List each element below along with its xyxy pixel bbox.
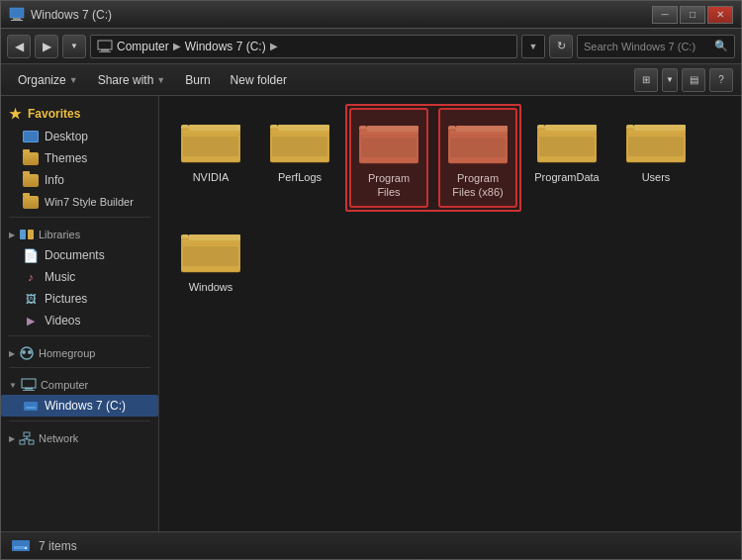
forward-button[interactable]: ▶	[35, 35, 58, 58]
pictures-icon: 🖼	[23, 291, 39, 307]
svg-rect-45	[450, 138, 506, 157]
svg-rect-25	[189, 125, 240, 131]
close-button[interactable]: ✕	[707, 6, 733, 24]
title-bar: Windows 7 (C:) ─ □ ✕	[1, 1, 741, 29]
breadcrumb-drive[interactable]: Windows 7 (C:)	[185, 40, 266, 53]
favorites-label: Favorites	[28, 107, 80, 121]
info-folder-icon	[23, 172, 39, 188]
sidebar-item-info[interactable]: Info	[1, 169, 158, 191]
search-placeholder: Search Windows 7 (C:)	[584, 41, 696, 52]
folder-icon	[626, 115, 686, 166]
status-bar: 7 items	[1, 531, 741, 559]
item-count: 7 items	[39, 539, 77, 553]
folder-item[interactable]: NVIDIA	[171, 108, 250, 208]
computer-label: Computer	[41, 379, 88, 391]
refresh-button[interactable]: ↻	[549, 35, 573, 58]
svg-rect-15	[26, 407, 36, 409]
music-icon: ♪	[23, 269, 39, 285]
minimize-button[interactable]: ─	[652, 6, 678, 24]
network-chevron-icon: ▶	[9, 434, 15, 443]
toolbar-right: ⊞ ▼ ▤ ?	[634, 68, 733, 92]
views-icon: ⊞	[642, 74, 650, 85]
share-label: Share with	[98, 73, 154, 87]
sidebar-divider2	[9, 335, 150, 336]
folder-icon	[270, 115, 329, 166]
organize-button[interactable]: Organize ▼	[9, 68, 87, 92]
svg-rect-27	[183, 137, 238, 156]
computer-section: ▼ Computer Windows 7 (C	[1, 372, 158, 417]
expand-icon: ▼	[529, 42, 538, 51]
share-button[interactable]: Share with ▼	[89, 68, 175, 92]
toolbar: Organize ▼ Share with ▼ Burn New folder …	[1, 64, 741, 96]
search-bar[interactable]: Search Windows 7 (C:) 🔍	[577, 35, 735, 58]
desktop-icon	[23, 129, 39, 144]
sidebar-item-videos[interactable]: ▶ Videos	[1, 310, 158, 331]
homegroup-icon	[19, 346, 35, 360]
favorites-star-icon: ★	[9, 106, 22, 122]
new-folder-button[interactable]: New folder	[222, 68, 296, 92]
folder-item[interactable]: ProgramData	[527, 108, 606, 208]
folder-item[interactable]: PerfLogs	[260, 108, 339, 208]
breadcrumb-computer[interactable]: Computer	[117, 40, 169, 53]
sidebar-item-themes[interactable]: Themes	[1, 147, 158, 169]
folder-label: PerfLogs	[278, 170, 322, 184]
drive-icon	[23, 398, 39, 414]
search-icon: 🔍	[714, 40, 728, 52]
back-button[interactable]: ◀	[7, 35, 31, 58]
sidebar-item-documents[interactable]: 📄 Documents	[1, 244, 158, 266]
videos-icon: ▶	[23, 313, 39, 328]
sidebar-item-win7builder[interactable]: Win7 Style Builder	[1, 191, 158, 213]
folder-item[interactable]: Program Files (x86)	[438, 108, 517, 208]
win7builder-folder-icon	[23, 194, 39, 210]
folder-item[interactable]: Windows	[171, 218, 250, 301]
recent-button[interactable]: ▼	[62, 35, 86, 58]
svg-point-10	[28, 350, 32, 354]
sidebar: ★ Favorites Desktop Themes	[1, 96, 159, 531]
new-folder-label: New folder	[231, 73, 287, 87]
svg-rect-11	[22, 379, 36, 388]
refresh-icon: ↻	[557, 40, 566, 52]
maximize-button[interactable]: □	[680, 6, 705, 24]
dropdown-icon: ▼	[70, 42, 78, 50]
explorer-window: Windows 7 (C:) ─ □ ✕ ◀ ▶ ▼ Computer ▶ Wi…	[0, 0, 742, 560]
preview-button[interactable]: ▤	[682, 68, 705, 92]
computer-header[interactable]: ▼ Computer	[1, 372, 158, 395]
views-button[interactable]: ⊞	[634, 68, 658, 92]
svg-rect-37	[367, 126, 418, 132]
libraries-icon	[19, 228, 35, 241]
breadcrumb-bar[interactable]: Computer ▶ Windows 7 (C:) ▶	[90, 35, 517, 58]
svg-rect-13	[23, 390, 35, 391]
sidebar-item-desktop[interactable]: Desktop	[1, 126, 158, 147]
libraries-header[interactable]: ▶ Libraries	[1, 222, 158, 244]
folder-item[interactable]: Users	[616, 108, 696, 208]
svg-rect-17	[20, 440, 25, 444]
svg-rect-7	[28, 230, 34, 239]
title-bar-left: Windows 7 (C:)	[9, 7, 112, 23]
sidebar-item-pictures[interactable]: 🖼 Pictures	[1, 288, 158, 310]
svg-rect-39	[361, 138, 417, 157]
organize-chevron: ▼	[69, 75, 78, 85]
svg-rect-57	[628, 137, 684, 156]
share-chevron: ▼	[156, 75, 165, 85]
svg-rect-64	[12, 540, 30, 551]
sidebar-divider4	[9, 420, 150, 421]
favorites-header[interactable]: ★ Favorites	[1, 102, 158, 126]
sidebar-item-music[interactable]: ♪ Music	[1, 266, 158, 288]
sidebar-win7builder-label: Win7 Style Builder	[45, 196, 134, 208]
folder-item[interactable]: Program Files	[349, 108, 428, 208]
organize-label: Organize	[18, 73, 66, 87]
window-title: Windows 7 (C:)	[31, 8, 112, 22]
network-header[interactable]: ▶ Network	[1, 425, 158, 448]
svg-rect-18	[29, 440, 34, 444]
forward-icon: ▶	[43, 40, 51, 53]
homegroup-label: Homegroup	[39, 347, 95, 359]
svg-point-9	[22, 350, 26, 354]
sidebar-pictures-label: Pictures	[45, 292, 87, 306]
homegroup-header[interactable]: ▶ Homegroup	[1, 340, 158, 363]
help-button[interactable]: ?	[709, 68, 733, 92]
view-dropdown[interactable]: ▼	[662, 68, 678, 92]
sidebar-item-c-drive[interactable]: Windows 7 (C:)	[1, 395, 158, 417]
burn-button[interactable]: Burn	[176, 68, 219, 92]
address-expand-button[interactable]: ▼	[521, 35, 545, 58]
folder-label: Program Files	[355, 171, 422, 200]
